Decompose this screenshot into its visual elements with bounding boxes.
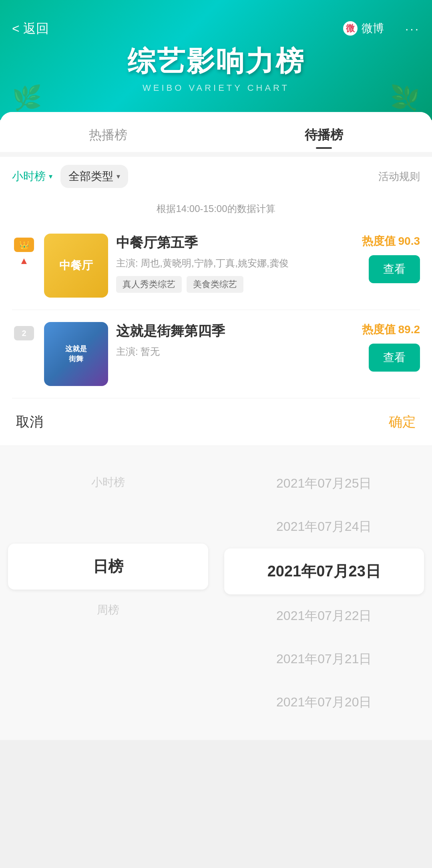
heat-value-2: 热度值 89.2 (362, 322, 420, 337)
picker-right-column: 2021年07月25日 2021年07月24日 2021年07月23日 2021… (216, 462, 432, 724)
back-button[interactable]: < 返回 (12, 20, 49, 38)
heat-value-1: 热度值 90.3 (362, 234, 420, 249)
picker-left-item-active[interactable]: 日榜 (8, 544, 208, 590)
picker-right-item-1[interactable]: 2021年07月24日 (216, 505, 432, 548)
view-button-2[interactable]: 查看 (369, 344, 420, 372)
top-bar: < 返回 微 微博 ··· (0, 0, 432, 42)
rank-trend-icon-1: ▲ (19, 255, 29, 266)
header-banner: < 返回 微 微博 ··· 🌿 综艺影响力榜 WEIBO VARIETY CHA… (0, 0, 432, 120)
rank-number-1: 👑 (14, 238, 34, 252)
bottom-sheet: 取消 确定 (0, 398, 432, 446)
main-card: 热播榜 待播榜 小时榜 ▾ 全部类型 ▾ 活动规则 根据14:00-15:00的… (0, 112, 432, 398)
picker-left-item-4[interactable] (0, 630, 216, 656)
confirm-button[interactable]: 确定 (389, 413, 416, 431)
show-cast-1: 主演: 周也,黄晓明,宁静,丁真,姚安娜,龚俊 (116, 256, 356, 270)
show-tag-1: 真人秀类综艺 (116, 276, 182, 293)
leaf-left-decoration: 🌿 (12, 84, 42, 112)
tabs-container: 热播榜 待播榜 (0, 112, 432, 152)
picker-section: 小时榜 小时榜 日榜 周榜 2021年07月25日 2021年07月24日 20… (0, 446, 432, 740)
rank-number-2: 2 (14, 326, 34, 340)
show-item-2: 2 这就是 街舞 这就是街舞第四季 主演: 暂无 热度值 89.2 查看 (12, 310, 420, 398)
picker-columns: 小时榜 小时榜 日榜 周榜 2021年07月25日 2021年07月24日 20… (0, 462, 432, 724)
tab-hot[interactable]: 热播榜 (0, 112, 216, 152)
weibo-icon: 微 (343, 21, 358, 36)
show-info-1: 中餐厅第五季 主演: 周也,黄晓明,宁静,丁真,姚安娜,龚俊 真人秀类综艺 美食… (116, 234, 356, 293)
poster-image-2: 这就是 街舞 (44, 322, 108, 386)
heat-label-1: 热度值 (362, 235, 396, 247)
show-list: 👑 ▲ 中餐厅 中餐厅第五季 主演: 周也,黄晓明,宁静,丁真,姚安娜,龚俊 真… (0, 222, 432, 398)
activity-rules-link[interactable]: 活动规则 (378, 170, 420, 184)
show-tags-1: 真人秀类综艺 美食类综艺 (116, 276, 356, 293)
picker-right-item-4[interactable]: 2021年07月21日 (216, 638, 432, 681)
rank-badge-1: 👑 ▲ (12, 234, 36, 266)
show-tag-2: 美食类综艺 (187, 276, 243, 293)
time-filter-button[interactable]: 小时榜 ▾ (12, 169, 52, 184)
picker-right-item-5[interactable]: 2021年07月20日 (216, 681, 432, 724)
filter-bar: 小时榜 ▾ 全部类型 ▾ 活动规则 (0, 157, 432, 196)
heat-label-2: 热度值 (362, 323, 396, 336)
type-filter-label: 全部类型 (68, 169, 113, 184)
show-item: 👑 ▲ 中餐厅 中餐厅第五季 主演: 周也,黄晓明,宁静,丁真,姚安娜,龚俊 真… (12, 222, 420, 310)
show-right-1: 热度值 90.3 查看 (356, 234, 420, 283)
crown-icon: 👑 (19, 240, 29, 250)
data-note: 根据14:00-15:00的数据计算 (0, 196, 432, 222)
picker-right-item-active[interactable]: 2021年07月23日 (224, 548, 424, 594)
type-filter-chevron-icon: ▾ (117, 172, 120, 181)
rank-badge-2: 2 (12, 322, 36, 340)
weibo-label: 微博 (362, 21, 384, 36)
banner-title-en: WEIBO VARIETY CHART (143, 83, 289, 93)
picker-right-item-3[interactable]: 2021年07月22日 (216, 594, 432, 638)
poster-image-1: 中餐厅 (44, 234, 108, 298)
show-title-2: 这就是街舞第四季 (116, 322, 356, 340)
heat-number-2: 89.2 (398, 323, 420, 336)
show-poster-2: 这就是 街舞 (44, 322, 108, 386)
picker-left-item-0[interactable]: 小时榜 (0, 462, 216, 503)
cancel-button[interactable]: 取消 (16, 413, 43, 431)
picker-right-item-0[interactable]: 2021年07月25日 (216, 462, 432, 505)
leaf-right-decoration: 🌿 (390, 84, 420, 112)
more-button[interactable]: ··· (405, 22, 420, 36)
tab-upcoming[interactable]: 待播榜 (216, 112, 432, 152)
heat-number-1: 90.3 (398, 235, 420, 247)
show-poster-1: 中餐厅 (44, 234, 108, 298)
show-cast-2: 主演: 暂无 (116, 344, 356, 359)
show-right-2: 热度值 89.2 查看 (356, 322, 420, 372)
sheet-action-bar: 取消 确定 (0, 398, 432, 446)
show-info-2: 这就是街舞第四季 主演: 暂无 (116, 322, 356, 364)
type-filter-button[interactable]: 全部类型 ▾ (60, 165, 128, 188)
picker-left-column: 小时榜 小时榜 日榜 周榜 (0, 462, 216, 724)
time-filter-chevron-icon: ▾ (49, 172, 52, 181)
time-filter-label: 小时榜 (12, 169, 46, 184)
view-button-1[interactable]: 查看 (369, 255, 420, 283)
picker-left-item-3[interactable]: 周榜 (0, 590, 216, 630)
banner-title-cn: 综艺影响力榜 (127, 43, 305, 80)
show-title-1: 中餐厅第五季 (116, 234, 356, 252)
